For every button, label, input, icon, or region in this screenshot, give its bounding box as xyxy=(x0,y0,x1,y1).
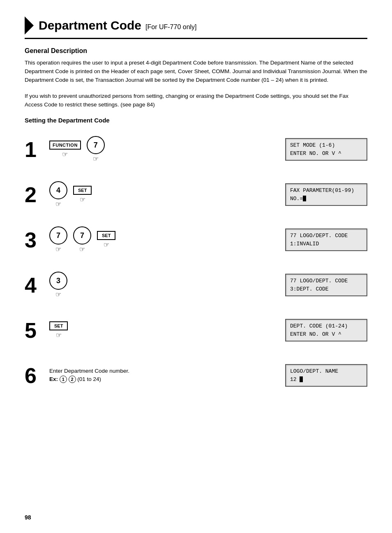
step-6-screen: LOGO/DEPT. NAME 12 xyxy=(285,364,367,387)
finger-icon-4: ☞ xyxy=(80,196,85,203)
step-3-number: 3 xyxy=(25,229,49,251)
step-5-number: 5 xyxy=(25,320,49,341)
finger-icon-7: ☞ xyxy=(104,241,109,249)
lcd-2-line2: NO.= xyxy=(290,195,362,203)
key-4-group: 4 ☞ xyxy=(49,181,67,208)
finger-icon-8: ☞ xyxy=(55,291,61,298)
set-key-group-5: SET ☞ xyxy=(49,321,68,339)
step-1-screen: SET MODE (1-6) ENTER NO. OR V ^ xyxy=(285,138,367,161)
step-5-action: SET ☞ xyxy=(49,321,285,339)
step-1-row: 1 FUNCTION ☞ 7 ☞ SET MODE (1-6) ENTER NO… xyxy=(25,131,367,168)
step-6-action: Enter Department Code number. Ex: 1 2 (0… xyxy=(49,368,285,383)
step-2-action: 4 ☞ SET ☞ xyxy=(49,181,285,208)
lcd-6-line1: LOGO/DEPT. NAME xyxy=(290,367,362,376)
lcd-3-line2: 1:INVALID xyxy=(290,240,362,248)
step-6-row: 6 Enter Department Code number. Ex: 1 2 … xyxy=(25,357,367,394)
key-7-group-3: 7 ☞ xyxy=(73,226,91,253)
page-title: Department Code xyxy=(39,18,141,32)
step-2-number: 2 xyxy=(25,184,49,205)
step-1-number: 1 xyxy=(25,139,49,160)
lcd-1: SET MODE (1-6) ENTER NO. OR V ^ xyxy=(285,138,367,161)
lcd-2: FAX PARAMETER(01-99) NO.= xyxy=(285,183,367,206)
key-7-group-2: 7 ☞ xyxy=(49,226,67,253)
key-7-group-1: 7 ☞ xyxy=(87,136,105,163)
step-4-row: 4 3 ☞ 77 LOGO/DEPT. CODE 3:DEPT. CODE xyxy=(25,267,367,304)
lcd-3: 77 LOGO/DEPT. CODE 1:INVALID xyxy=(285,228,367,251)
page-header: Department Code [For UF-770 only] xyxy=(25,16,367,39)
cursor-6 xyxy=(300,376,303,382)
lcd-4: 77 LOGO/DEPT. CODE 3:DEPT. CODE xyxy=(285,274,367,296)
lcd-6-line2: 12 xyxy=(290,376,362,384)
cursor-2 xyxy=(303,196,306,201)
lcd-5: DEPT. CODE (01-24) ENTER NO. OR V ^ xyxy=(285,319,367,341)
lcd-3-line1: 77 LOGO/DEPT. CODE xyxy=(290,232,362,240)
finger-icon-3: ☞ xyxy=(55,200,61,208)
set-key-5[interactable]: SET xyxy=(49,321,68,330)
step-5-row: 5 SET ☞ DEPT. CODE (01-24) ENTER NO. OR … xyxy=(25,312,367,349)
setting-heading: Setting the Department Code xyxy=(25,117,367,124)
set-key-group-3: SET ☞ xyxy=(97,231,115,249)
lcd-1-line1: SET MODE (1-6) xyxy=(290,141,362,150)
page-subtitle: [For UF-770 only] xyxy=(145,23,196,31)
function-key-group: FUNCTION ☞ xyxy=(49,141,81,158)
step-1-action: FUNCTION ☞ 7 ☞ xyxy=(49,136,285,163)
key-7-btn-3[interactable]: 7 xyxy=(73,226,91,245)
set-key-group-2: SET ☞ xyxy=(73,186,92,203)
lcd-2-line1: FAX PARAMETER(01-99) xyxy=(290,187,362,195)
description-text-1: This operation requires the user to inpu… xyxy=(25,59,367,85)
lcd-5-line2: ENTER NO. OR V ^ xyxy=(290,330,362,339)
example-label: Ex: xyxy=(49,376,58,382)
lcd-5-line1: DEPT. CODE (01-24) xyxy=(290,322,362,330)
step-2-row: 2 4 ☞ SET ☞ FAX PARAMETER(01-99) NO.= xyxy=(25,176,367,213)
step-3-row: 3 7 ☞ 7 ☞ SET ☞ 77 LOGO/DEPT. CODE 1:INV… xyxy=(25,222,367,258)
finger-icon-6: ☞ xyxy=(79,245,85,253)
function-key[interactable]: FUNCTION xyxy=(49,141,81,150)
example-num-1: 1 xyxy=(60,376,67,383)
key-3-btn[interactable]: 3 xyxy=(49,272,67,290)
step-6-example: Ex: 1 2 (01 to 24) xyxy=(49,376,129,383)
finger-icon-9: ☞ xyxy=(56,331,62,339)
step-3-action: 7 ☞ 7 ☞ SET ☞ xyxy=(49,226,285,253)
finger-icon-2: ☞ xyxy=(93,155,99,163)
finger-icon-5: ☞ xyxy=(55,245,61,253)
description-text-2: If you wish to prevent unauthorized pers… xyxy=(25,92,367,109)
set-key-3[interactable]: SET xyxy=(97,231,115,240)
key-7-btn-2[interactable]: 7 xyxy=(49,226,67,245)
key-3-group: 3 ☞ xyxy=(49,272,67,298)
lcd-1-line2: ENTER NO. OR V ^ xyxy=(290,150,362,158)
step-4-action: 3 ☞ xyxy=(49,272,285,298)
header-arrow-icon xyxy=(25,16,34,35)
general-description-heading: General Description xyxy=(25,47,367,55)
step-3-screen: 77 LOGO/DEPT. CODE 1:INVALID xyxy=(285,228,367,251)
step-4-screen: 77 LOGO/DEPT. CODE 3:DEPT. CODE xyxy=(285,274,367,296)
example-num-2: 2 xyxy=(69,376,76,383)
key-7-btn-1[interactable]: 7 xyxy=(87,136,105,154)
step-6-content: Enter Department Code number. Ex: 1 2 (0… xyxy=(49,368,129,383)
step-5-screen: DEPT. CODE (01-24) ENTER NO. OR V ^ xyxy=(285,319,367,341)
step-6-instruction: Enter Department Code number. xyxy=(49,368,129,374)
steps-container: 1 FUNCTION ☞ 7 ☞ SET MODE (1-6) ENTER NO… xyxy=(25,131,367,398)
set-key-2[interactable]: SET xyxy=(73,186,92,195)
step-6-number: 6 xyxy=(25,365,49,386)
finger-icon-1: ☞ xyxy=(62,150,68,158)
step-4-number: 4 xyxy=(25,275,49,296)
lcd-4-line1: 77 LOGO/DEPT. CODE xyxy=(290,277,362,285)
lcd-6: LOGO/DEPT. NAME 12 xyxy=(285,364,367,387)
example-range: (01 to 24) xyxy=(77,376,101,382)
lcd-4-line2: 3:DEPT. CODE xyxy=(290,285,362,293)
step-2-screen: FAX PARAMETER(01-99) NO.= xyxy=(285,183,367,206)
page-number: 98 xyxy=(25,514,31,521)
key-4-btn[interactable]: 4 xyxy=(49,181,67,199)
